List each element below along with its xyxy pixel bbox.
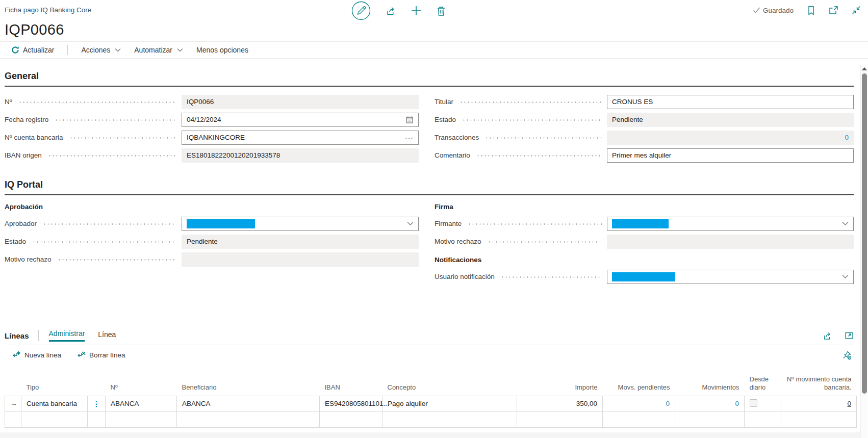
section-general-title[interactable]: General [5, 71, 854, 87]
cell-tipo[interactable] [21, 411, 88, 427]
vertical-scrollbar[interactable] [860, 65, 867, 438]
no-field: IQP0066 [182, 95, 419, 109]
dropdown-chevron-icon[interactable] [842, 221, 849, 226]
cell-movs-pendientes: 0 [603, 396, 675, 411]
field-value: 04/12/2024 [187, 116, 221, 123]
calendar-icon[interactable] [405, 116, 414, 124]
cell-tipo[interactable]: Cuenta bancaria [21, 396, 88, 411]
cell-beneficiario[interactable] [177, 411, 320, 427]
dotted-leader [43, 223, 176, 225]
col-no-movimiento[interactable]: Nº movimiento cuenta bancaria. [781, 372, 857, 396]
lines-expand-button[interactable] [845, 331, 854, 340]
field-aprobador: Aprobador [5, 215, 419, 233]
cell-importe[interactable] [517, 411, 603, 427]
no-movimiento-link[interactable]: 0 [847, 400, 851, 407]
dropdown-chevron-icon[interactable] [842, 274, 849, 279]
col-concepto[interactable]: Concepto [382, 372, 517, 396]
firmante-dropdown[interactable] [607, 217, 854, 231]
group-notificaciones: Notificaciones [435, 250, 854, 268]
breadcrumb[interactable]: Ficha pago IQ Banking Core [5, 6, 91, 14]
refresh-label: Actualizar [23, 46, 54, 54]
col-no[interactable]: Nº [106, 372, 177, 396]
field-label: Aprobador [5, 220, 39, 227]
new-button[interactable] [411, 5, 422, 16]
usuario-notificacion-dropdown[interactable] [607, 270, 854, 284]
dropdown-chevron-icon[interactable] [407, 221, 414, 226]
cell-iban[interactable]: ES9420805801101... [320, 396, 382, 411]
lines-part-header: Líneas Administrar Línea [5, 328, 854, 343]
scrollbar-up-arrow-icon[interactable] [862, 67, 867, 70]
less-options-button[interactable]: Menos opciones [196, 46, 248, 54]
col-movs-pendientes[interactable]: Movs. pendientes [603, 372, 675, 396]
cell-concepto[interactable]: Pago alquiler [382, 396, 517, 411]
scrollbar-thumb[interactable] [862, 73, 867, 394]
edit-button[interactable] [351, 1, 371, 21]
field-fecha-registro: Fecha registro 04/12/2024 [5, 111, 419, 128]
tab-linea[interactable]: Línea [98, 330, 116, 341]
actions-menu[interactable]: Acciones [81, 46, 121, 54]
section-iq-portal-title[interactable]: IQ Portal [5, 179, 854, 195]
open-in-new-window-button[interactable] [829, 6, 838, 15]
col-tipo[interactable]: Tipo [21, 372, 88, 396]
cell-movs-pendientes[interactable] [603, 411, 675, 427]
pin-slash-icon [842, 350, 852, 360]
cell-no-movimiento[interactable] [781, 411, 857, 427]
cell-beneficiario[interactable]: ABANCA [177, 396, 320, 411]
desde-diario-checkbox[interactable] [750, 399, 757, 407]
col-iban[interactable]: IBAN [320, 372, 382, 396]
cell-concepto[interactable] [382, 411, 517, 427]
group-aprobacion: Aprobación [5, 197, 419, 215]
cell-no[interactable]: ABANCA [106, 396, 177, 411]
dotted-leader [55, 119, 176, 121]
lines-table-header-row: Tipo Nº Beneficiario IBAN Concepto Impor… [5, 372, 857, 396]
delete-button[interactable] [436, 6, 446, 16]
cuenta-bancaria-input[interactable]: IQBANKINGCORE ··· [182, 131, 419, 145]
card-content: General Nº IQP0066 Fecha registro 04/12/… [0, 59, 868, 428]
aprobador-dropdown[interactable] [182, 217, 419, 231]
command-bar-divider [67, 45, 68, 55]
nueva-linea-button[interactable]: Nueva línea [12, 351, 61, 359]
lines-share-button[interactable] [823, 331, 832, 341]
cell-movimientos: 0 [675, 396, 745, 411]
cell-movimientos[interactable] [675, 411, 745, 427]
col-movimientos[interactable]: Movimientos [675, 372, 745, 396]
col-beneficiario[interactable]: Beneficiario [177, 372, 320, 396]
transacciones-drilldown-link[interactable]: 0 [845, 134, 849, 141]
bottom-strip [0, 432, 860, 438]
bookmark-button[interactable] [807, 6, 815, 15]
dotted-leader [485, 137, 602, 139]
automate-menu[interactable]: Automatizar [134, 46, 183, 54]
borrar-linea-button[interactable]: Borrar línea [76, 351, 125, 359]
page-action-icons [351, 1, 446, 21]
iq-portal-fields: Aprobación Aprobador Estado Pend [5, 197, 854, 286]
cell-importe[interactable]: 350,00 [517, 396, 603, 411]
expand-table-icon [845, 331, 854, 340]
field-no: Nº IQP0066 [5, 93, 419, 111]
cell-row-options[interactable]: ⋮ [88, 396, 106, 411]
unpin-pane-button[interactable] [842, 350, 852, 360]
titular-input[interactable]: CRONUS ES [607, 95, 854, 109]
col-options [88, 372, 106, 396]
redacted-value [612, 272, 675, 281]
tab-administrar[interactable]: Administrar [49, 329, 85, 342]
movs-pendientes-link[interactable]: 0 [666, 400, 670, 407]
col-desde-diario[interactable]: Desde diario [745, 372, 781, 396]
table-row-empty [5, 411, 857, 427]
collapse-button[interactable] [852, 6, 861, 15]
fecha-registro-input[interactable]: 04/12/2024 [182, 113, 419, 127]
cell-no[interactable] [106, 411, 177, 427]
pencil-icon [351, 1, 371, 21]
col-importe[interactable]: Importe [517, 372, 603, 396]
lines-table: Tipo Nº Beneficiario IBAN Concepto Impor… [5, 372, 857, 428]
movimientos-link[interactable]: 0 [735, 400, 739, 407]
lookup-ellipsis-icon[interactable]: ··· [405, 134, 414, 142]
field-comentario: Comentario Primer mes alquiler [435, 146, 854, 164]
refresh-button[interactable]: Actualizar [11, 46, 54, 54]
cell-iban[interactable] [320, 411, 382, 427]
share-button[interactable] [386, 6, 396, 16]
row-options-icon[interactable]: ⋮ [93, 400, 100, 408]
cell-desde-diario[interactable] [745, 411, 781, 427]
comentario-input[interactable]: Primer mes alquiler [607, 148, 854, 163]
field-label: Motivo rechazo [5, 255, 54, 263]
actions-label: Acciones [81, 46, 110, 54]
